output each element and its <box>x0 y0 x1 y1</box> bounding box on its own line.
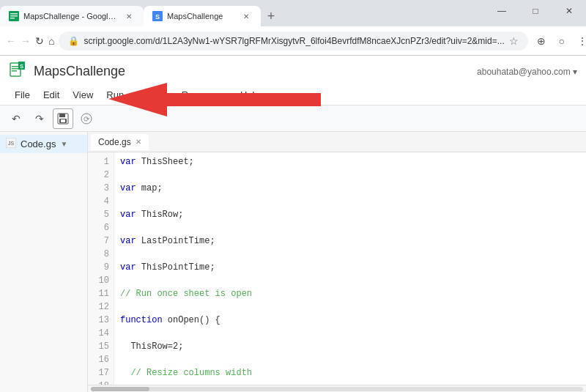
line-number: 18 <box>88 380 114 385</box>
menu-view[interactable]: View <box>67 87 99 103</box>
code-line: function onOpen() { <box>120 314 580 327</box>
reload-button[interactable]: ↻ <box>35 32 44 50</box>
line-number: 1 <box>88 155 114 169</box>
code-line <box>120 221 580 234</box>
script-favicon: S <box>152 11 163 21</box>
scrollbar-thumb[interactable] <box>91 387 149 391</box>
line-numbers: 1234567891011121314151617181920212223242… <box>88 152 114 385</box>
tab-script-label: MapsChallenge <box>167 12 223 21</box>
code-line <box>120 380 580 385</box>
menu-help[interactable]: Help <box>234 87 266 103</box>
app-container: S MapsChallenge abouhatab@yahoo.com ▾ Fi… <box>0 56 586 392</box>
code-line: var ThisPointTime; <box>120 261 580 274</box>
file-item-icon: JS <box>6 138 16 150</box>
sheets-favicon <box>9 11 19 21</box>
save-button[interactable] <box>53 108 73 129</box>
tab-sheets-close[interactable]: ✕ <box>123 10 135 22</box>
code-line <box>120 248 580 261</box>
scrollbar-track[interactable] <box>91 387 583 391</box>
line-number: 17 <box>88 366 114 380</box>
close-button[interactable]: ✕ <box>552 0 586 22</box>
menu-publish[interactable]: Publish <box>131 87 174 103</box>
maximize-button[interactable]: □ <box>519 0 552 22</box>
line-number: 7 <box>88 234 114 248</box>
tab-script-close[interactable]: ✕ <box>240 10 252 22</box>
undo-button[interactable]: ↶ <box>6 108 26 129</box>
line-number: 2 <box>88 169 114 182</box>
menu-file[interactable]: File <box>9 87 36 103</box>
address-bar: ← → ↻ ⌂ 🔒 script.google.com/d/1L2A3yNw1-… <box>0 26 586 56</box>
tab-script[interactable]: S MapsChallenge ✕ <box>144 6 261 26</box>
url-bar[interactable]: 🔒 script.google.com/d/1L2A3yNw1-wYSR7lgR… <box>59 32 527 51</box>
lock-icon: 🔒 <box>68 36 79 46</box>
svg-rect-3 <box>10 18 15 19</box>
toolbar: ↶ ↷ ⟳ <box>0 105 586 131</box>
tab-sheets[interactable]: MapsChallenge - Google Sheets ✕ <box>0 6 144 26</box>
bookmark-icon[interactable]: ☆ <box>509 35 519 47</box>
file-item-code-gs[interactable]: JS Code.gs ▼ <box>0 135 87 153</box>
code-content[interactable]: 1234567891011121314151617181920212223242… <box>88 152 586 385</box>
file-item-label: Code.gs <box>21 138 56 149</box>
line-number: 4 <box>88 195 114 208</box>
user-info[interactable]: abouhatab@yahoo.com ▾ <box>477 67 577 77</box>
line-number: 14 <box>88 327 114 340</box>
svg-text:⟳: ⟳ <box>84 115 90 123</box>
file-chevron-icon: ▼ <box>60 140 67 148</box>
code-tab-code-gs[interactable]: Code.gs ✕ <box>91 134 149 150</box>
profile-button[interactable]: ○ <box>553 32 571 50</box>
svg-rect-8 <box>12 68 19 70</box>
code-line: var LastPointTime; <box>120 234 580 248</box>
line-number: 8 <box>88 248 114 261</box>
minimize-button[interactable]: — <box>485 0 519 22</box>
code-tab-label: Code.gs <box>98 137 131 147</box>
svg-rect-13 <box>59 114 65 117</box>
new-tab-button[interactable]: + <box>261 6 281 26</box>
code-lines[interactable]: var ThisSheet; var map; var ThisRow; var… <box>114 152 586 385</box>
back-button[interactable]: ← <box>6 32 16 50</box>
menu-resources[interactable]: Resources <box>176 87 233 103</box>
code-line <box>120 327 580 340</box>
code-line <box>120 300 580 314</box>
line-number: 12 <box>88 300 114 314</box>
code-line <box>120 195 580 208</box>
code-line: var map; <box>120 182 580 195</box>
line-number: 9 <box>88 261 114 274</box>
menu-button[interactable]: ⋮ <box>574 32 586 50</box>
app-header: S MapsChallenge abouhatab@yahoo.com ▾ Fi… <box>0 56 586 132</box>
line-number: 5 <box>88 208 114 221</box>
horizontal-scrollbar[interactable] <box>88 385 586 392</box>
forward-button[interactable]: → <box>21 32 31 50</box>
code-line <box>120 353 580 366</box>
app-logo: S <box>9 62 26 81</box>
tab-sheets-label: MapsChallenge - Google Sheets <box>23 12 119 21</box>
code-line: var ThisSheet; <box>120 155 580 169</box>
code-line <box>120 274 580 287</box>
redo-button[interactable]: ↷ <box>29 108 50 129</box>
svg-rect-2 <box>10 15 18 17</box>
browser-chrome: — □ ✕ MapsChallenge - Goog <box>0 0 586 56</box>
code-tab-close[interactable]: ✕ <box>136 138 141 146</box>
code-line: // Run once sheet is open <box>120 287 580 300</box>
code-line: ThisRow=2; <box>120 340 580 353</box>
file-panel: JS Code.gs ▼ <box>0 132 88 392</box>
svg-text:S: S <box>155 13 160 21</box>
line-number: 16 <box>88 353 114 366</box>
browser-actions: ⊕ ○ ⋮ <box>533 32 586 50</box>
run-button[interactable]: ⟳ <box>76 108 97 129</box>
menu-run[interactable]: Run <box>100 87 130 103</box>
code-editor: Code.gs ✕ 123456789101112131415161718192… <box>88 132 586 392</box>
line-number: 13 <box>88 314 114 327</box>
svg-rect-9 <box>12 70 17 72</box>
svg-rect-15 <box>61 119 65 122</box>
page-wrapper: — □ ✕ MapsChallenge - Goog <box>0 0 586 392</box>
extensions-button[interactable]: ⊕ <box>533 32 550 50</box>
editor-area: JS Code.gs ▼ Code.gs ✕ <box>0 132 586 392</box>
menu-edit[interactable]: Edit <box>37 87 65 103</box>
app-title: MapsChallenge <box>34 64 125 79</box>
code-line: var ThisRow; <box>120 208 580 221</box>
line-number: 10 <box>88 274 114 287</box>
line-number: 3 <box>88 182 114 195</box>
code-line: // Resize columns width <box>120 366 580 380</box>
home-button[interactable]: ⌂ <box>48 32 54 50</box>
svg-text:JS: JS <box>8 141 15 146</box>
